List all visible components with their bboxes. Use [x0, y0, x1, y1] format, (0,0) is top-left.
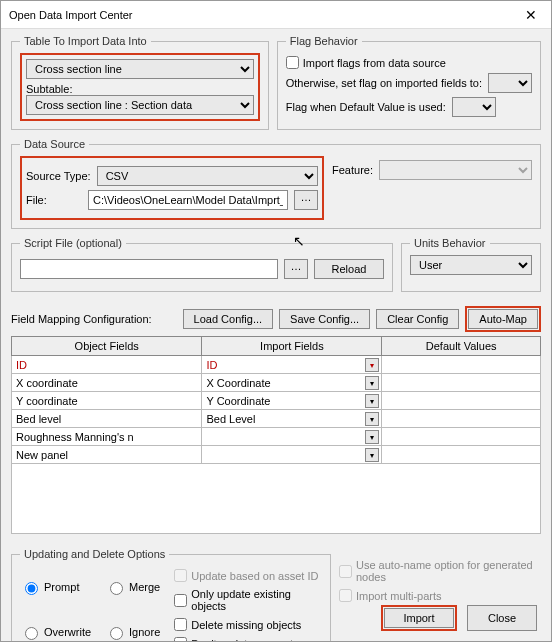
table-row: Bed levelBed Level▾ [12, 410, 541, 428]
units-legend: Units Behavior [410, 237, 490, 249]
default-value-cell[interactable] [382, 446, 541, 464]
default-value-cell[interactable] [382, 356, 541, 374]
script-browse-button[interactable]: … [284, 259, 308, 279]
object-field-cell: Roughness Manning's n [12, 428, 202, 446]
chevron-down-icon[interactable]: ▾ [365, 394, 379, 408]
chk-only-existing-label: Only update existing objects [191, 588, 322, 612]
radio-overwrite[interactable] [25, 627, 38, 640]
file-input[interactable] [88, 190, 288, 210]
chk-autoname-label: Use auto-name option for generated nodes [356, 559, 541, 583]
radio-ignore-label: Ignore [129, 626, 160, 638]
table-row: X coordinateX Coordinate▾ [12, 374, 541, 392]
save-config-button[interactable]: Save Config... [279, 309, 370, 329]
table-select[interactable]: Cross section line [26, 59, 254, 79]
table-row: New panel▾ [12, 446, 541, 464]
chevron-down-icon[interactable]: ▾ [365, 448, 379, 462]
file-label: File: [26, 194, 82, 206]
import-field-cell[interactable]: ID▾ [202, 356, 382, 374]
object-field-cell: ID [12, 356, 202, 374]
sourcetype-select[interactable]: CSV [97, 166, 318, 186]
chk-asset-id-label: Update based on asset ID [191, 570, 318, 582]
reload-button[interactable]: Reload [314, 259, 384, 279]
chk-multiparts-label: Import multi-parts [356, 590, 442, 602]
radio-merge-label: Merge [129, 581, 160, 593]
default-used-select[interactable] [452, 97, 496, 117]
import-field-cell[interactable]: Y Coordinate▾ [202, 392, 382, 410]
table-row: Y coordinateY Coordinate▾ [12, 392, 541, 410]
import-field-cell[interactable]: ▾ [202, 446, 382, 464]
automap-button[interactable]: Auto-Map [468, 309, 538, 329]
datasource-legend: Data Source [20, 138, 89, 150]
import-button[interactable]: Import [384, 608, 454, 628]
table-legend: Table To Import Data Into [20, 35, 151, 47]
radio-prompt[interactable] [25, 582, 38, 595]
chevron-down-icon[interactable]: ▾ [365, 376, 379, 390]
script-legend: Script File (optional) [20, 237, 126, 249]
radio-overwrite-label: Overwrite [44, 626, 91, 638]
chk-delete-missing[interactable] [174, 618, 187, 631]
config-label: Field Mapping Configuration: [11, 313, 152, 325]
feature-label: Feature: [332, 164, 373, 176]
import-flags-checkbox[interactable] [286, 56, 299, 69]
close-icon[interactable]: ✕ [519, 5, 543, 25]
chevron-down-icon[interactable]: ▾ [365, 358, 379, 372]
window-title: Open Data Import Center [9, 9, 133, 21]
import-highlight: Import [381, 605, 457, 631]
units-select[interactable]: User [410, 255, 532, 275]
mapping-table: Object Fields Import Fields Default Valu… [11, 336, 541, 464]
col-import-fields: Import Fields [202, 337, 382, 356]
chk-multiparts [339, 589, 352, 602]
chevron-down-icon[interactable]: ▾ [365, 412, 379, 426]
import-field-cell[interactable]: X Coordinate▾ [202, 374, 382, 392]
table-row: IDID▾ [12, 356, 541, 374]
file-browse-button[interactable]: … [294, 190, 318, 210]
chk-no-geom-label: Don't update geometry [191, 638, 302, 643]
object-field-cell: Bed level [12, 410, 202, 428]
otherwise-label: Otherwise, set flag on imported fields t… [286, 77, 482, 89]
chk-no-geom[interactable] [174, 637, 187, 642]
flag-legend: Flag Behavior [286, 35, 362, 47]
default-value-cell[interactable] [382, 392, 541, 410]
clear-config-button[interactable]: Clear Config [376, 309, 459, 329]
default-value-cell[interactable] [382, 374, 541, 392]
datasource-highlight: Source Type: CSV File: … [20, 156, 324, 220]
sourcetype-label: Source Type: [26, 170, 91, 182]
default-used-label: Flag when Default Value is used: [286, 101, 446, 113]
table-row: Roughness Manning's n▾ [12, 428, 541, 446]
object-field-cell: X coordinate [12, 374, 202, 392]
chk-only-existing[interactable] [174, 594, 187, 607]
radio-ignore[interactable] [110, 627, 123, 640]
subtable-label: Subtable: [26, 83, 254, 95]
import-field-cell[interactable]: Bed Level▾ [202, 410, 382, 428]
update-legend: Updating and Delete Options [20, 548, 169, 560]
default-value-cell[interactable] [382, 410, 541, 428]
import-flags-label: Import flags from data source [303, 57, 446, 69]
import-field-cell[interactable]: ▾ [202, 428, 382, 446]
default-value-cell[interactable] [382, 428, 541, 446]
col-default-values: Default Values [382, 337, 541, 356]
chevron-down-icon[interactable]: ▾ [365, 430, 379, 444]
subtable-select[interactable]: Cross section line : Section data [26, 95, 254, 115]
object-field-cell: New panel [12, 446, 202, 464]
automap-highlight: Auto-Map [465, 306, 541, 332]
mapping-empty-area [11, 464, 541, 534]
radio-merge[interactable] [110, 582, 123, 595]
chk-delete-missing-label: Delete missing objects [191, 619, 301, 631]
chk-autoname [339, 565, 352, 578]
otherwise-select[interactable] [488, 73, 532, 93]
chk-asset-id [174, 569, 187, 582]
radio-prompt-label: Prompt [44, 581, 79, 593]
feature-select [379, 160, 532, 180]
col-object-fields: Object Fields [12, 337, 202, 356]
close-button[interactable]: Close [467, 605, 537, 631]
table-highlight: Cross section line Subtable: Cross secti… [20, 53, 260, 121]
object-field-cell: Y coordinate [12, 392, 202, 410]
script-input[interactable] [20, 259, 278, 279]
load-config-button[interactable]: Load Config... [183, 309, 274, 329]
